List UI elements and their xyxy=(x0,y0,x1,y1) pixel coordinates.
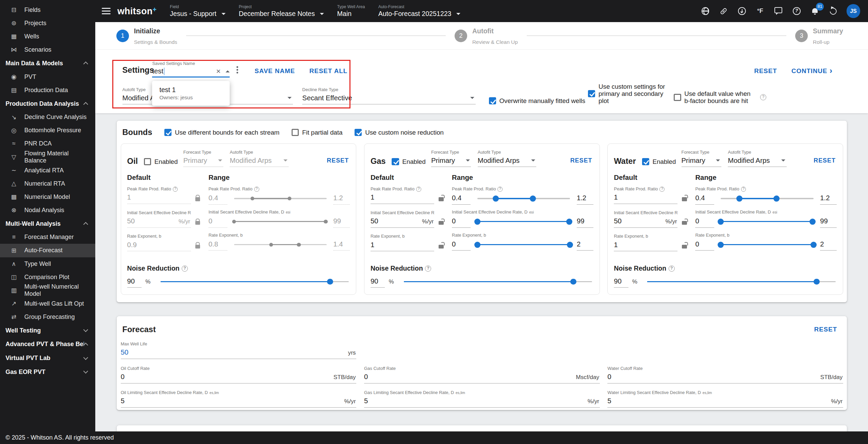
sidebar-section-well-testing[interactable]: Well Testing xyxy=(0,324,95,338)
sidebar-item-forecast-manager[interactable]: ≡Forecast Manager xyxy=(0,230,95,244)
slider-handle[interactable] xyxy=(474,242,480,248)
autofit-type-select[interactable]: Autofit TypeModified Arps xyxy=(230,150,288,167)
initial-decline-input[interactable]: 50%/yr xyxy=(371,216,434,227)
gas-limiting-decline-field[interactable]: Gas Limiting Secant Effective Decline Ra… xyxy=(364,390,600,408)
range-max-input[interactable]: 99 xyxy=(577,216,593,227)
slider-handle[interactable] xyxy=(324,220,328,223)
autofit-type-select[interactable]: Autofit TypeModified Arps xyxy=(478,150,536,167)
noise-value-input[interactable]: 90 xyxy=(614,276,628,288)
continue-button[interactable]: CONTINUE› xyxy=(788,65,836,77)
rate-exponent-range-slider[interactable] xyxy=(721,244,814,245)
use-custom-noise-reduction-checkbox[interactable]: Use custom noise reduction xyxy=(355,129,444,136)
range-min-input[interactable]: 0 xyxy=(452,239,471,251)
oil-enabled-checkbox[interactable]: Enabled xyxy=(144,158,178,165)
peak-ratio-input[interactable]: 1 xyxy=(127,192,191,204)
rate-exponent-input[interactable]: 1 xyxy=(614,239,677,251)
noise-value-input[interactable]: 90 xyxy=(371,276,385,288)
peak-ratio-input[interactable]: 1 xyxy=(371,192,434,204)
water-cutoff-rate-field[interactable]: Water Cutoff Rate 0STB/day xyxy=(607,366,843,383)
step-autofit[interactable]: 2 AutofitReview & Clean Up xyxy=(455,25,518,46)
initial-decline-input[interactable]: 50%/yr xyxy=(127,216,191,227)
rate-exponent-input[interactable]: 0.9 xyxy=(127,239,191,251)
slider-handle[interactable] xyxy=(718,219,724,225)
gas-enabled-checkbox[interactable]: Enabled xyxy=(392,158,426,165)
range-min-input[interactable]: 0.4 xyxy=(452,192,471,204)
range-min-input[interactable]: 0.8 xyxy=(209,239,227,251)
reset-button[interactable]: RESET xyxy=(813,156,837,167)
lock-open-icon[interactable] xyxy=(682,221,687,225)
initial-decline-input[interactable]: 50%/yr xyxy=(614,216,677,227)
link-icon[interactable] xyxy=(719,6,728,16)
info-icon[interactable] xyxy=(254,187,259,192)
range-max-input[interactable]: 1.2 xyxy=(820,192,837,204)
range-min-input[interactable]: 0 xyxy=(209,216,227,227)
slider-handle[interactable] xyxy=(773,195,780,202)
gas-cutoff-rate-field[interactable]: Gas Cutoff Rate 0Mscf/day xyxy=(364,366,600,383)
decline-range-slider[interactable] xyxy=(234,221,327,222)
lock-open-icon[interactable] xyxy=(682,197,687,201)
overwrite-manually-fitted-wells-checkbox[interactable]: Overwrite manually fitted wells xyxy=(489,97,585,104)
sidebar-item-projects[interactable]: ⊚Projects xyxy=(0,17,95,30)
sidebar-item-numerical-rta[interactable]: △Numerical RTA xyxy=(0,177,95,190)
sidebar-item-flowing-material-balance[interactable]: ▽Flowing Material Balance xyxy=(0,151,95,164)
water-enabled-checkbox[interactable]: Enabled xyxy=(642,158,676,165)
slider-handle[interactable] xyxy=(736,195,742,202)
sidebar-item-multi-well-numerical-model[interactable]: ▥Multi-well Numerical Model xyxy=(0,284,95,297)
sidebar-item-comparison-plot[interactable]: ◫Comparison Plot xyxy=(0,271,95,284)
range-min-input[interactable]: 0.4 xyxy=(209,192,227,204)
hamburger-menu-icon[interactable] xyxy=(102,6,111,16)
info-icon[interactable] xyxy=(182,266,188,272)
save-name-button[interactable]: SAVE NAME xyxy=(251,65,298,77)
rate-exponent-range-slider[interactable] xyxy=(477,244,570,245)
range-min-input[interactable]: 0 xyxy=(695,239,714,251)
slider-handle[interactable] xyxy=(566,219,572,225)
sidebar-item-pvt[interactable]: ◉PVT xyxy=(0,70,95,84)
sidebar-item-type-well[interactable]: ∧Type Well xyxy=(0,257,95,271)
peak-range-slider[interactable] xyxy=(477,198,570,199)
sidebar-item-scenarios[interactable]: ⋈Scenarios xyxy=(0,43,95,56)
slider-handle[interactable] xyxy=(810,242,817,248)
noise-slider[interactable] xyxy=(404,281,592,282)
reset-button[interactable]: RESET xyxy=(751,65,781,77)
sidebar-item-decline-curve-analysis[interactable]: ↘Decline Curve Analysis xyxy=(0,110,95,124)
slider-handle[interactable] xyxy=(474,219,480,225)
sidebar-item-production-data[interactable]: ▤Production Data xyxy=(0,84,95,97)
peak-ratio-input[interactable]: 1 xyxy=(614,192,677,204)
range-max-input[interactable]: 2 xyxy=(820,239,837,251)
autofit-type-select[interactable]: Autofit TypeModified Arps xyxy=(728,150,786,167)
chevron-up-icon[interactable] xyxy=(226,70,230,72)
checkbox[interactable] xyxy=(292,129,299,136)
kebab-menu-icon[interactable] xyxy=(236,69,238,71)
reset-button[interactable]: RESET xyxy=(811,323,840,335)
field-selector[interactable]: Field Jesus - Support xyxy=(170,4,225,18)
range-max-input[interactable]: 99 xyxy=(333,216,350,227)
checkbox[interactable] xyxy=(674,94,681,101)
clear-icon[interactable]: × xyxy=(216,68,220,75)
help-icon[interactable]: ? xyxy=(792,6,802,16)
decline-range-slider[interactable] xyxy=(477,221,570,222)
water-limiting-decline-field[interactable]: Water Limiting Secant Effective Decline … xyxy=(607,390,843,408)
checkbox[interactable] xyxy=(642,158,649,165)
sidebar-section-main-data[interactable]: Main Data & Models xyxy=(0,56,95,70)
checkbox[interactable] xyxy=(392,158,399,165)
sidebar-item-bottomhole-pressure[interactable]: ◎Bottomhole Pressure xyxy=(0,124,95,137)
peak-range-slider[interactable] xyxy=(721,198,814,199)
reset-button[interactable]: RESET xyxy=(569,156,593,167)
range-min-input[interactable]: 0.4 xyxy=(695,192,714,204)
sidebar-item-auto-forecast[interactable]: ⊞Auto-Forecast xyxy=(0,244,95,257)
auto-forecast-selector[interactable]: Auto-Forecast Auto-Forecast 20251223 xyxy=(378,4,460,18)
decline-rate-type-select[interactable]: Decline Rate Type Secant Effective xyxy=(302,87,475,105)
globe-icon[interactable] xyxy=(700,6,710,16)
feedback-icon[interactable] xyxy=(773,6,783,16)
slider-handle[interactable] xyxy=(327,279,333,285)
range-max-input[interactable]: 1.2 xyxy=(333,192,350,204)
lock-closed-icon[interactable] xyxy=(195,197,200,201)
sidebar-item-pnr-dca[interactable]: ≈PNR DCA xyxy=(0,137,95,150)
noise-value-input[interactable]: 90 xyxy=(127,276,142,288)
range-max-input[interactable]: 1.2 xyxy=(577,192,593,204)
avatar[interactable]: JS xyxy=(847,4,861,18)
checkbox[interactable] xyxy=(144,158,151,165)
info-icon[interactable] xyxy=(741,187,746,192)
lock-open-icon[interactable] xyxy=(439,245,444,249)
slider-handle[interactable] xyxy=(269,243,273,246)
